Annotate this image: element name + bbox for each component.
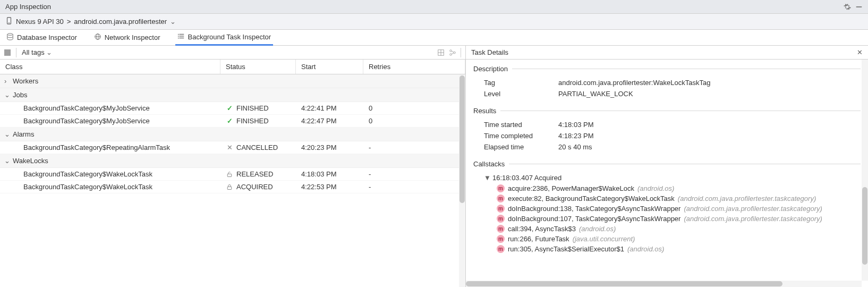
cell-class: BackgroundTaskCategory$WakeLockTask	[0, 170, 220, 178]
cell-retries: -	[363, 170, 465, 178]
table-row[interactable]: BackgroundTaskCategory$WakeLockTask RELE…	[0, 168, 465, 181]
method-icon: m	[497, 235, 505, 243]
separator	[461, 48, 461, 57]
cell-retries: 0	[363, 104, 465, 112]
group-wakelocks-label: WakeLocks	[13, 157, 48, 165]
col-header-status[interactable]: Status	[220, 60, 296, 74]
cell-retries: 0	[363, 117, 465, 125]
details-header: Task Details ✕	[466, 46, 868, 60]
desc-tag-key: Tag	[484, 79, 558, 87]
frame-package: (android.com.java.profilertester.taskcat…	[678, 195, 816, 202]
table-row[interactable]: BackgroundTaskCategory$RepeatingAlarmTas…	[0, 141, 465, 154]
divider	[500, 111, 861, 111]
svg-point-16	[450, 49, 452, 52]
frame-package: (android.os)	[627, 245, 664, 253]
stack-frame[interactable]: mdoInBackground:138, TaskCategory$AsyncT…	[473, 204, 861, 214]
task-list-pane: All tags ⌄ Class Status Start Retries › …	[0, 46, 466, 287]
table-view-icon[interactable]	[437, 49, 445, 56]
callstack-node-label: 16:18:03.407 Acquired	[492, 174, 561, 182]
col-header-start[interactable]: Start	[296, 60, 363, 74]
svg-point-18	[450, 53, 452, 55]
frame-signature: run:305, AsyncTask$SerialExecutor$1	[508, 245, 624, 253]
cell-start: 4:22:47 PM	[296, 117, 363, 125]
desc-tag-val: android.com.java.profilertester:WakeLock…	[558, 79, 710, 87]
method-icon: m	[497, 195, 505, 202]
frame-package: (android.os)	[579, 225, 616, 233]
frame-package: (android.os)	[637, 184, 674, 192]
chevron-down-icon: ⌄	[170, 18, 175, 26]
method-icon: m	[497, 225, 505, 233]
chevron-down-icon: ⌄	[4, 91, 10, 99]
group-wakelocks[interactable]: ⌄ WakeLocks	[0, 154, 465, 168]
group-jobs[interactable]: ⌄ Jobs	[0, 88, 465, 102]
table-row[interactable]: BackgroundTaskCategory$WakeLockTask ACQU…	[0, 181, 465, 193]
minimize-icon[interactable]	[855, 3, 863, 11]
cell-class: BackgroundTaskCategory$WakeLockTask	[0, 183, 220, 191]
results-completed-val: 4:18:23 PM	[558, 132, 594, 140]
section-description-title: Description	[473, 65, 508, 73]
scrollbar-vertical[interactable]	[459, 74, 465, 287]
frame-signature: execute:82, BackgroundTaskCategory$WakeL…	[508, 195, 675, 202]
section-callstacks-title: Callstacks	[473, 160, 505, 168]
stack-frame[interactable]: mrun:266, FutureTask(java.util.concurren…	[473, 234, 861, 244]
method-icon: m	[497, 184, 505, 192]
table-row[interactable]: BackgroundTaskCategory$MyJobService ✓FIN…	[0, 102, 465, 115]
window-title: App Inspection	[5, 3, 51, 11]
stack-frame[interactable]: mcall:394, AsyncTask$3(android.os)	[473, 224, 861, 234]
tab-database-inspector[interactable]: Database Inspector	[4, 30, 79, 46]
desc-level-val: PARTIAL_WAKE_LOCK	[558, 90, 633, 98]
stack-frame[interactable]: mexecute:82, BackgroundTaskCategory$Wake…	[473, 193, 861, 204]
stack-frame[interactable]: mrun:305, AsyncTask$SerialExecutor$1(and…	[473, 244, 861, 254]
gear-icon[interactable]	[844, 3, 851, 11]
svg-point-10	[177, 34, 178, 35]
check-icon: ✓	[226, 117, 233, 125]
task-details-pane: Task Details ✕ Description Tagandroid.co…	[466, 46, 868, 287]
cell-class: BackgroundTaskCategory$RepeatingAlarmTas…	[0, 144, 220, 151]
scrollbar-horizontal[interactable]	[466, 281, 862, 287]
close-icon[interactable]: ✕	[857, 48, 863, 56]
svg-rect-22	[227, 187, 232, 189]
tab-background-task-inspector[interactable]: Background Task Inspector	[175, 30, 274, 46]
frame-signature: run:266, FutureTask	[508, 235, 569, 243]
cell-status: CANCELLED	[236, 144, 278, 151]
svg-rect-2	[8, 23, 10, 23]
tab-network-inspector[interactable]: Network Inspector	[92, 30, 163, 46]
cell-status: FINISHED	[236, 117, 269, 125]
list-icon	[177, 32, 185, 41]
tags-filter[interactable]: All tags ⌄	[22, 48, 52, 56]
divider	[512, 69, 861, 69]
frame-signature: acquire:2386, PowerManager$WakeLock	[508, 184, 634, 192]
chevron-down-icon: ⌄	[4, 130, 10, 138]
breadcrumb-device: Nexus 9 API 30	[16, 18, 64, 26]
stop-icon[interactable]	[4, 49, 11, 56]
stack-frame[interactable]: macquire:2386, PowerManager$WakeLock(and…	[473, 183, 861, 193]
cell-class: BackgroundTaskCategory$MyJobService	[0, 104, 220, 112]
col-header-retries[interactable]: Retries	[363, 60, 465, 74]
svg-point-17	[454, 52, 456, 54]
cell-class: BackgroundTaskCategory$MyJobService	[0, 117, 220, 125]
svg-point-3	[7, 33, 13, 36]
svg-line-19	[452, 51, 454, 52]
frame-signature: call:394, AsyncTask$3	[508, 225, 576, 233]
graph-view-icon[interactable]	[449, 49, 456, 56]
callstack-node[interactable]: ▼16:18:03.407 Acquired	[473, 172, 861, 183]
group-workers[interactable]: › Workers	[0, 74, 465, 88]
cell-start: 4:20:23 PM	[296, 144, 363, 151]
svg-rect-21	[227, 174, 232, 176]
group-alarms[interactable]: ⌄ Alarms	[0, 128, 465, 141]
scrollbar-vertical[interactable]	[862, 60, 868, 281]
svg-point-11	[177, 36, 178, 37]
section-results-title: Results	[473, 107, 496, 115]
method-icon: m	[497, 205, 505, 213]
title-bar: App Inspection	[0, 0, 868, 14]
col-header-class[interactable]: Class	[0, 60, 220, 74]
results-elapsed-val: 20 s 40 ms	[558, 143, 592, 151]
breadcrumb[interactable]: Nexus 9 API 30 > android.com.java.profil…	[0, 14, 868, 30]
stack-frame[interactable]: mdoInBackground:107, TaskCategory$AsyncT…	[473, 214, 861, 224]
results-started-key: Time started	[484, 121, 558, 129]
svg-point-12	[177, 38, 178, 39]
check-icon: ✓	[226, 105, 233, 112]
table-row[interactable]: BackgroundTaskCategory$MyJobService ✓FIN…	[0, 115, 465, 128]
cell-status: ACQUIRED	[236, 183, 273, 191]
table-header: Class Status Start Retries	[0, 60, 465, 74]
